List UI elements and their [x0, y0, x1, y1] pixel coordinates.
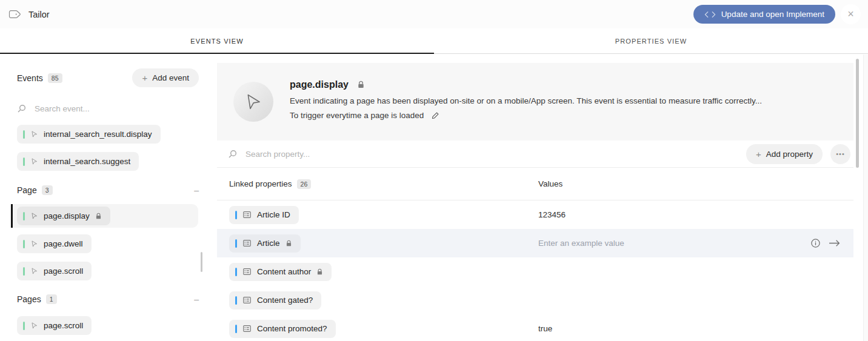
group-count-badge: 1 — [46, 294, 57, 304]
property-row-content-promoted: Content promoted? true — [217, 314, 853, 341]
event-name: internal_search_result.display — [44, 130, 152, 139]
event-header-card: page.display Event indicating a page has… — [217, 63, 853, 141]
sidebar-group-pages: Pages 1 – — [17, 293, 199, 305]
property-field-icon — [242, 239, 252, 248]
event-cursor-icon — [30, 322, 38, 329]
linked-properties-label: Linked properties — [229, 179, 292, 188]
sidebar-event-page-dwell[interactable]: page.dwell — [17, 234, 92, 253]
event-search — [17, 101, 200, 116]
app-title: Tailor — [28, 10, 50, 19]
tailor-app-window: Tailor Update and open Implement × EVENT… — [0, 0, 868, 341]
tag-icon — [8, 9, 22, 19]
property-chip[interactable]: Article ID — [229, 206, 299, 224]
sidebar-event-internal-search-suggest[interactable]: internal_search.suggest — [17, 152, 139, 171]
collapse-icon[interactable]: – — [194, 185, 199, 195]
event-color-bar — [23, 212, 25, 220]
lock-icon — [357, 81, 365, 89]
property-row-article: Article — [217, 229, 853, 257]
event-search-input[interactable] — [35, 104, 200, 113]
property-field-icon — [242, 210, 252, 219]
search-icon — [17, 104, 27, 113]
events-sidebar: Events 85 + Add event — [0, 54, 217, 341]
property-name: Content gated? — [257, 296, 313, 305]
values-column-label: Values — [538, 179, 563, 188]
property-name: Content author — [257, 267, 311, 276]
event-name: page.dwell — [44, 239, 83, 248]
property-color-bar — [235, 296, 237, 305]
lock-icon — [316, 268, 323, 276]
event-detail-panel: page.display Event indicating a page has… — [217, 54, 868, 341]
property-color-bar — [235, 239, 237, 248]
property-row-content-author: Content author — [217, 257, 853, 286]
close-icon: × — [847, 8, 854, 21]
event-cursor-icon — [30, 240, 38, 248]
search-icon — [228, 149, 238, 159]
lock-icon — [95, 213, 102, 220]
sidebar-event-page-display-selected[interactable]: page.display — [11, 204, 198, 228]
event-color-bar — [23, 322, 25, 330]
edit-pencil-icon[interactable] — [432, 111, 439, 119]
events-count-badge: 85 — [48, 73, 62, 83]
add-property-button[interactable]: + Add property — [746, 144, 823, 164]
event-color-bar — [23, 130, 25, 139]
property-row-content-gated: Content gated? — [217, 286, 853, 314]
sidebar-event-pages-page-scroll[interactable]: page.scroll — [17, 316, 92, 335]
property-chip[interactable]: Article — [229, 234, 301, 253]
events-view-tab-label: EVENTS VIEW — [190, 38, 243, 45]
property-name: Content promoted? — [257, 324, 327, 333]
tab-events-view[interactable]: EVENTS VIEW — [0, 28, 434, 54]
selected-event-chip[interactable]: page.display — [17, 207, 110, 225]
code-icon — [704, 11, 716, 18]
close-button[interactable]: × — [841, 4, 861, 24]
event-cursor-icon — [30, 157, 38, 165]
group-label: Page — [17, 185, 37, 195]
event-cursor-icon — [30, 130, 38, 138]
event-description: Event indicating a page has been display… — [290, 96, 762, 105]
update-and-open-implement-button[interactable]: Update and open Implement — [693, 5, 835, 24]
property-chip[interactable]: Content gated? — [229, 291, 321, 310]
sidebar-scrollbar[interactable] — [201, 252, 202, 272]
arrow-right-icon[interactable] — [829, 239, 840, 247]
property-value: true — [538, 324, 552, 333]
property-chip[interactable]: Content author — [229, 263, 332, 281]
event-avatar — [233, 82, 273, 122]
property-color-bar — [235, 211, 237, 219]
add-event-button[interactable]: + Add event — [132, 68, 199, 87]
events-heading: Events — [17, 73, 43, 83]
window-scrollbar-track[interactable] — [863, 55, 868, 341]
tab-properties-view[interactable]: PROPERTIES VIEW — [434, 28, 868, 54]
event-name: page.scroll — [44, 321, 83, 330]
event-color-bar — [23, 157, 25, 166]
group-label: Pages — [17, 294, 41, 304]
example-value-input[interactable] — [538, 239, 769, 248]
property-search-input[interactable] — [245, 150, 738, 159]
property-row-article-id: Article ID 123456 — [217, 200, 853, 229]
property-name: Article ID — [257, 210, 290, 219]
view-tabs: EVENTS VIEW PROPERTIES VIEW — [0, 28, 868, 54]
sidebar-event-page-scroll[interactable]: page.scroll — [17, 262, 92, 280]
lock-icon — [285, 240, 292, 247]
plus-icon: + — [142, 73, 147, 82]
update-button-label: Update and open Implement — [721, 10, 824, 19]
property-chip[interactable]: Content promoted? — [229, 320, 336, 338]
top-bar: Tailor Update and open Implement × — [0, 0, 868, 28]
event-trigger-text: To trigger everytime a page is loaded — [290, 111, 424, 120]
event-cursor-icon — [30, 267, 38, 275]
add-event-label: Add event — [152, 73, 189, 82]
sidebar-group-page: Page 3 – — [17, 184, 199, 196]
collapse-icon[interactable]: – — [194, 294, 199, 304]
event-color-bar — [23, 240, 25, 248]
main-scrollbar[interactable] — [856, 59, 859, 168]
info-icon[interactable] — [810, 238, 821, 248]
properties-view-tab-label: PROPERTIES VIEW — [615, 38, 687, 45]
event-name: page.display — [44, 211, 90, 220]
add-property-label: Add property — [766, 150, 813, 159]
group-count-badge: 3 — [42, 185, 53, 195]
cursor-icon — [244, 92, 263, 111]
sidebar-event-internal-search-result-display[interactable]: internal_search_result.display — [17, 125, 161, 144]
more-options-button[interactable]: ••• — [830, 144, 850, 164]
property-field-icon — [242, 267, 252, 276]
property-name: Article — [257, 239, 280, 248]
plus-icon: + — [756, 150, 761, 159]
event-name: page.scroll — [44, 267, 83, 276]
